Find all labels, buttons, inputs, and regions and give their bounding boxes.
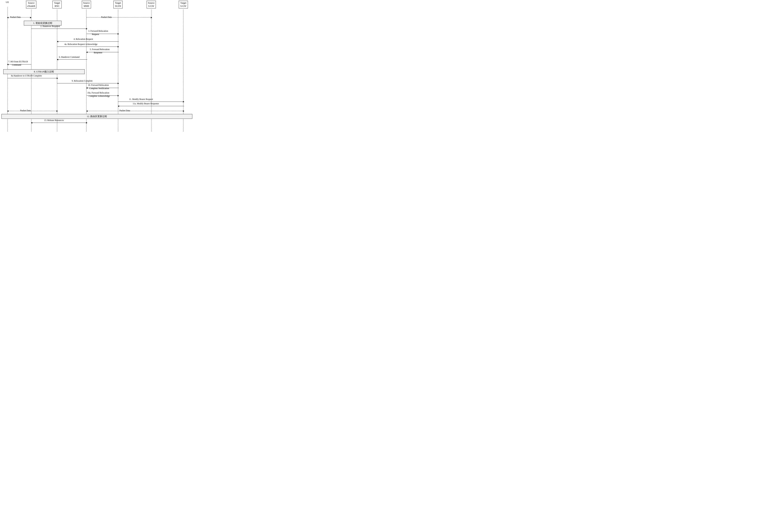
vline-ssgw <box>151 10 151 132</box>
label-3: 3. Forward Relocation <box>88 30 108 32</box>
msg-4a: 4a. Relocation Request Acknowledge <box>57 45 119 48</box>
proc-label-1: 1. 初始化切换过程 <box>33 21 52 25</box>
lifeline-source-enodeb: SourceeNodeB <box>23 1 39 8</box>
label-10b: Complete Notification <box>89 87 109 90</box>
lifeline-target-sgw: TargetS-GW <box>177 1 189 8</box>
msg-10a: 10a. Forward Relocation Complete Acknowl… <box>86 94 119 97</box>
msg-5: 5. Forward Relocation Response <box>86 51 119 54</box>
msg-13: 13. Release Resources <box>31 122 87 124</box>
msg-10: 10. Forward Relocation Complete Notifica… <box>86 87 119 89</box>
label-8a: 8a Handover to UTRAN Complete <box>11 74 42 77</box>
label-2: 2. Handover Required <box>40 25 60 28</box>
msg-8a: 8a Handover to UTRAN Complete <box>7 77 58 80</box>
label-5b: Response <box>94 51 102 54</box>
label-5: 5. Forward Relocation <box>90 48 109 51</box>
label-3b: Request <box>92 33 99 36</box>
label-pd3: Packet Data <box>20 109 31 112</box>
msg-packet-data-4: Packet Data <box>86 110 184 112</box>
label-11: 11. Modify Bearer Request <box>129 98 153 101</box>
label-4a: 4a. Relocation Request Acknowledge <box>64 43 97 46</box>
label-11a: 11a. Modify Bearer Response <box>133 102 159 105</box>
lifeline-target-sgsn: TargetSGSN <box>112 1 124 8</box>
lifeline-source-sgw: SourceS-GW <box>145 1 157 8</box>
msg-7: 7. HO from EUTRAN Command <box>7 63 31 66</box>
msg-4: 4. Relocation Request <box>57 40 119 43</box>
label-10: 10. Forward Relocation <box>88 84 109 87</box>
proc-box-12: 12. 路由区更新过程 <box>1 114 192 119</box>
sequence-diagram: UE SourceeNodeB TargetRNC SourceMME Targ… <box>0 0 194 133</box>
msg-packet-data-2: Packet Data <box>86 16 152 19</box>
msg-6: 6. Handover Command <box>57 58 87 61</box>
msg-packet-data-1: Packet Data <box>7 16 31 19</box>
msg-3: 3. Forward Relocation Request <box>86 33 119 35</box>
label-10a: 10a. Forward Relocation <box>87 91 109 94</box>
lifeline-UE: UE <box>3 1 12 4</box>
msg-packet-data-3: Packet Data <box>7 110 58 112</box>
label-packet-data-2: Packet Data <box>101 16 112 19</box>
label-6: 6. Handover Command <box>59 56 79 58</box>
lifeline-source-mme: SourceMME <box>80 1 93 8</box>
label-10ab: Complete Acknowledge <box>89 95 110 98</box>
label-7b: Command <box>12 64 21 66</box>
label-pd4: Packet Data <box>119 109 130 112</box>
proc-label-12: 12. 路由区更新过程 <box>87 115 107 118</box>
msg-11a: 11a. Modify Bearer Response <box>118 105 184 107</box>
proc-label-8: 8. UTRAN接入过程 <box>34 70 54 73</box>
proc-box-8: 8. UTRAN接入过程 <box>3 69 85 74</box>
lifeline-target-rnc: TargetRNC <box>51 1 63 8</box>
label-packet-data-1: Packet Data <box>10 16 21 19</box>
label-4: 4. Relocation Request <box>74 38 93 41</box>
label-9: 9. Relocation Complete <box>72 80 93 82</box>
label-13: 13. Release Resources <box>44 119 64 122</box>
msg-2: 2. Handover Required <box>31 27 87 30</box>
label-7: 7. HO from EUTRAN <box>8 60 28 63</box>
